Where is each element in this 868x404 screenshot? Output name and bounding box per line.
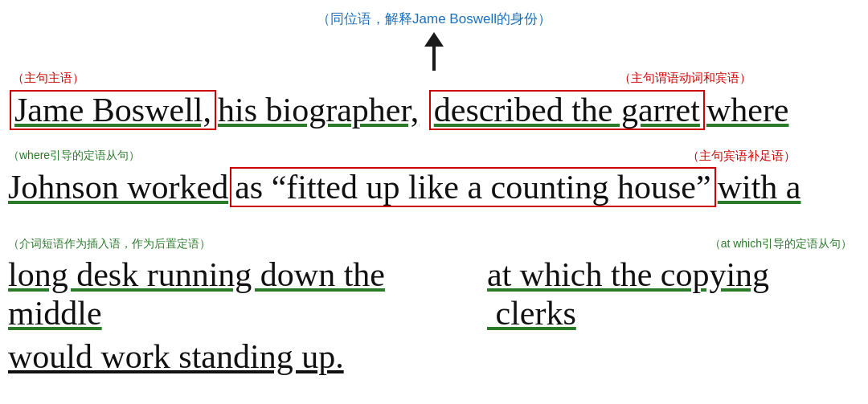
subject-annotation: （主句主语）: [12, 71, 84, 86]
complement-annotation: （主句宾语补足语）: [687, 149, 796, 164]
sentence-line-4: would work standing up.: [8, 337, 490, 376]
sentence-line-1: Jame Boswell, his biographer, described …: [8, 90, 860, 130]
main-annotations-row: （主句主语） （主句谓语动词和宾语）: [12, 71, 864, 86]
would-work-text: would work standing up.: [8, 338, 344, 375]
space-2: [479, 255, 488, 294]
as-fitted-text: as “fitted up like a counting house”: [235, 169, 711, 206]
where-clause-annotation: （where引导的定语从句）: [8, 149, 140, 164]
appositive-annotation-row: （同位语，解释Jame Boswell的身份）: [0, 10, 868, 28]
at-which-annotation: （at which引导的定语从句）: [710, 237, 852, 251]
page-container: （同位语，解释Jame Boswell的身份） （主句主语） （主句谓语动词和宾…: [0, 0, 868, 404]
described-garret-box: described the garret: [429, 90, 705, 130]
where-text: where: [706, 91, 789, 129]
sentence-line-2: Johnson worked as “fitted up like a coun…: [8, 167, 860, 207]
prep-phrase-annotation: （介词短语作为插入语，作为后置定语）: [8, 237, 211, 251]
row4-annotations: （介词短语作为插入语，作为后置定语） （at which引导的定语从句）: [8, 237, 860, 251]
row3-annotations: （where引导的定语从句） （主句宾语补足语）: [8, 149, 860, 164]
space-1: [419, 91, 428, 129]
jame-boswell-text: Jame Boswell,: [14, 92, 211, 129]
johnson-worked-text: Johnson worked: [8, 168, 228, 206]
at-which-text: at which the copying clerks: [487, 255, 860, 333]
with-a-text: with a: [718, 168, 801, 206]
predicate-annotation: （主句谓语动词和宾语）: [619, 71, 751, 86]
arrow-head: [424, 32, 444, 47]
jame-boswell-box: Jame Boswell,: [10, 90, 216, 130]
as-fitted-box: as “fitted up like a counting house”: [230, 167, 716, 207]
described-garret-text: described the garret: [434, 92, 700, 129]
long-desk-text: long desk running down the middle: [8, 255, 479, 333]
appositive-annotation-text: （同位语，解释Jame Boswell的身份）: [317, 11, 551, 27]
sentence-line-3: long desk running down the middle at whi…: [8, 255, 860, 333]
arrow-shaft: [432, 47, 436, 71]
arrow-up-indicator: [424, 32, 444, 71]
biographer-text: his biographer,: [218, 91, 419, 129]
